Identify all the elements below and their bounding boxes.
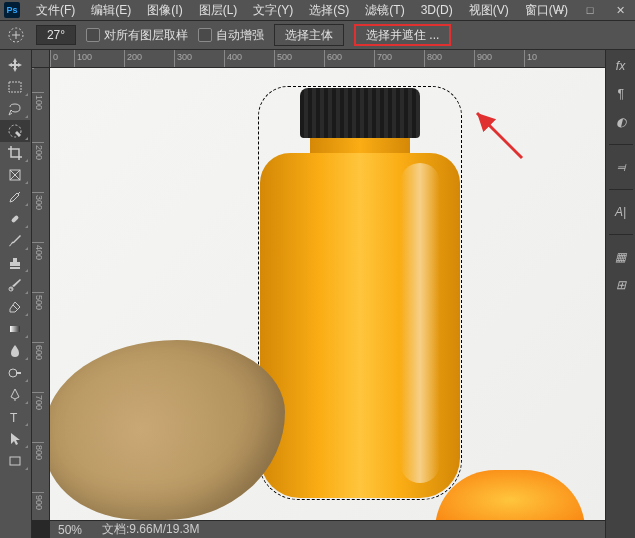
menu-filter[interactable]: 滤镜(T) <box>357 0 412 21</box>
menu-type[interactable]: 文字(Y) <box>245 0 301 21</box>
panel-separator <box>609 189 633 190</box>
stamp-tool[interactable] <box>0 252 30 274</box>
ruler-tick: 600 <box>324 50 374 67</box>
ruler-tick: 600 <box>32 342 44 392</box>
quick-select-tool[interactable] <box>0 120 30 142</box>
type-tool[interactable]: T <box>0 406 30 428</box>
gradient-tool[interactable] <box>0 318 30 340</box>
quick-select-tool-icon <box>6 25 26 45</box>
svg-rect-8 <box>11 215 19 223</box>
left-toolbar: T <box>0 50 32 538</box>
right-panel-dock: fx ¶ ◐ ⫤ A| ▦ ⊞ <box>605 50 635 538</box>
menu-view[interactable]: 视图(V) <box>461 0 517 21</box>
select-subject-button[interactable]: 选择主体 <box>274 24 344 46</box>
workspace: T 0 100 200 300 400 500 600 700 800 900 … <box>0 50 635 538</box>
sample-all-layers-option[interactable]: 对所有图层取样 <box>86 27 188 44</box>
ruler-tick: 300 <box>174 50 224 67</box>
blur-tool[interactable] <box>0 340 30 362</box>
ruler-tick: 10 <box>524 50 574 67</box>
menu-edit[interactable]: 编辑(E) <box>83 0 139 21</box>
menu-image[interactable]: 图像(I) <box>139 0 190 21</box>
ruler-horizontal[interactable]: 0 100 200 300 400 500 600 700 800 900 10 <box>50 50 605 68</box>
healing-tool[interactable] <box>0 208 30 230</box>
title-bar: Ps 文件(F) 编辑(E) 图像(I) 图层(L) 文字(Y) 选择(S) 滤… <box>0 0 635 20</box>
zoom-level[interactable]: 50% <box>58 523 82 537</box>
history-brush-tool[interactable] <box>0 274 30 296</box>
ruler-tick <box>32 68 34 92</box>
brush-tool[interactable] <box>0 230 30 252</box>
svg-rect-3 <box>9 82 21 92</box>
maximize-button[interactable]: □ <box>575 0 605 20</box>
sample-all-layers-label: 对所有图层取样 <box>104 27 188 44</box>
svg-text:T: T <box>10 411 18 425</box>
styles-panel-icon[interactable]: fx <box>609 54 633 78</box>
path-select-tool[interactable] <box>0 428 30 450</box>
shape-tool[interactable] <box>0 450 30 472</box>
ruler-tick: 900 <box>32 492 44 520</box>
ruler-tick: 200 <box>124 50 174 67</box>
ruler-tick: 400 <box>32 242 44 292</box>
ruler-tick: 700 <box>32 392 44 442</box>
character-panel-icon[interactable]: A| <box>609 200 633 224</box>
menu-layer[interactable]: 图层(L) <box>191 0 246 21</box>
paragraph-panel-icon[interactable]: ¶ <box>609 82 633 106</box>
ruler-tick: 0 <box>50 50 74 67</box>
panel-separator <box>609 234 633 235</box>
auto-enhance-label: 自动增强 <box>216 27 264 44</box>
marquee-tool[interactable] <box>0 76 30 98</box>
menu-3d[interactable]: 3D(D) <box>413 1 461 19</box>
ruler-vertical[interactable]: 100 200 300 400 500 600 700 800 900 <box>32 68 50 520</box>
menu-file[interactable]: 文件(F) <box>28 0 83 21</box>
menu-bar: 文件(F) 编辑(E) 图像(I) 图层(L) 文字(Y) 选择(S) 滤镜(T… <box>28 0 576 21</box>
auto-enhance-option[interactable]: 自动增强 <box>198 27 264 44</box>
menu-select[interactable]: 选择(S) <box>301 0 357 21</box>
ruler-tick: 500 <box>32 292 44 342</box>
ruler-tick: 700 <box>374 50 424 67</box>
doc-info[interactable]: 文档:9.66M/19.3M <box>102 521 199 538</box>
brush-size-input[interactable] <box>36 25 76 45</box>
eraser-tool[interactable] <box>0 296 30 318</box>
swatches-panel-icon[interactable]: ▦ <box>609 245 633 269</box>
move-tool[interactable] <box>0 54 30 76</box>
ruler-tick: 400 <box>224 50 274 67</box>
svg-rect-14 <box>10 457 20 465</box>
pen-tool[interactable] <box>0 384 30 406</box>
color-panel-icon[interactable]: ◐ <box>609 110 633 134</box>
checkbox-unchecked-icon <box>198 28 212 42</box>
ruler-tick: 100 <box>32 92 44 142</box>
ruler-tick: 500 <box>274 50 324 67</box>
crop-tool[interactable] <box>0 142 30 164</box>
app-logo: Ps <box>4 2 20 18</box>
lasso-tool[interactable] <box>0 98 30 120</box>
minimize-button[interactable]: ─ <box>545 0 575 20</box>
ruler-tick: 800 <box>424 50 474 67</box>
window-controls: ─ □ ✕ <box>545 0 635 20</box>
frame-tool[interactable] <box>0 164 30 186</box>
ruler-corner[interactable] <box>32 50 50 68</box>
ruler-tick: 200 <box>32 142 44 192</box>
close-button[interactable]: ✕ <box>605 0 635 20</box>
canvas-area: 0 100 200 300 400 500 600 700 800 900 10… <box>32 50 605 538</box>
options-bar: 对所有图层取样 自动增强 选择主体 选择并遮住 ... <box>0 20 635 50</box>
checkbox-unchecked-icon <box>86 28 100 42</box>
ruler-tick: 900 <box>474 50 524 67</box>
dodge-tool[interactable] <box>0 362 30 384</box>
eyedropper-tool[interactable] <box>0 186 30 208</box>
svg-point-11 <box>9 369 17 377</box>
ruler-tick: 300 <box>32 192 44 242</box>
ruler-tick: 100 <box>74 50 124 67</box>
select-and-mask-button[interactable]: 选择并遮住 ... <box>354 24 451 46</box>
svg-rect-10 <box>10 326 20 332</box>
ruler-tick: 800 <box>32 442 44 492</box>
status-bar: 50% 文档:9.66M/19.3M <box>50 520 605 538</box>
image-ginger <box>50 340 285 520</box>
document-canvas[interactable] <box>50 68 605 520</box>
libraries-panel-icon[interactable]: ⊞ <box>609 273 633 297</box>
image-bottle <box>260 88 460 498</box>
paths-panel-icon[interactable]: ⫤ <box>609 155 633 179</box>
panel-separator <box>609 144 633 145</box>
